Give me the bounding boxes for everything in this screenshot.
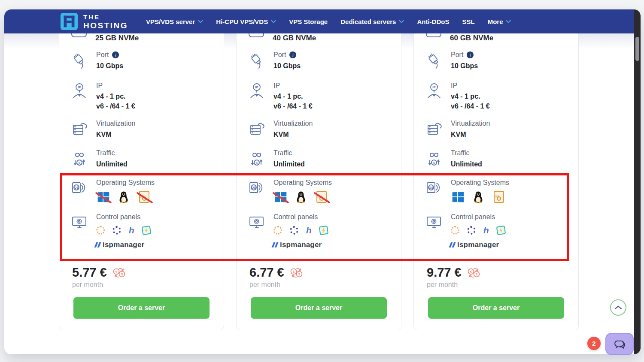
os-disc-icon: [70, 179, 88, 197]
monitor-gear-icon: [425, 213, 443, 231]
chevron-down-icon: [198, 20, 203, 23]
traffic-label: Traffic: [451, 149, 482, 157]
virtualization-label: Virtualization: [96, 120, 135, 127]
order-server-button[interactable]: Order a server: [428, 297, 564, 319]
per-month-label: per month: [72, 281, 103, 289]
ispmanager-logo: ispmanager: [450, 241, 499, 249]
info-icon[interactable]: i: [112, 51, 119, 58]
nav-item-more[interactable]: More: [488, 18, 511, 25]
plan-card: 40 GB NVMe Porti 10 Gbps IP v4 - 1 pc. v…: [236, 22, 401, 330]
nav-item-hicpu-vps-vds[interactable]: Hi-CPU VPS/VDS: [216, 18, 276, 25]
currency-exchange-icon[interactable]: [289, 267, 303, 278]
ip-pin-icon: [248, 82, 266, 100]
chat-bubbles-icon: [612, 338, 627, 350]
chevron-up-icon: [614, 305, 623, 311]
logo[interactable]: THE HOSTING: [60, 12, 128, 30]
fastpanel-icon: [496, 226, 506, 235]
order-server-button[interactable]: Order a server: [73, 297, 210, 319]
server-cloud-icon: [425, 120, 443, 138]
brand-line-1: THE: [83, 14, 128, 20]
ip-row: IP v4 - 1 pc. v6 - /64 - 1 €: [425, 82, 572, 111]
order-server-button[interactable]: Order a server: [251, 297, 387, 319]
os-label: Operating Systems: [273, 179, 332, 187]
ip-row: IP v4 - 1 pc. v6 - /64 - 1 €: [248, 82, 395, 111]
traffic-value: Unlimited: [273, 160, 305, 168]
monitor-gear-icon: [70, 213, 88, 231]
control-panels-row: Control panels h: [425, 213, 572, 235]
traffic-label: Traffic: [273, 149, 305, 157]
nav-item-dedicated-servers[interactable]: Dedicated servers: [340, 18, 404, 25]
ip-v6-value: v6 - /64 - 1 €: [96, 102, 135, 111]
virtualization-row: Virtualization KVM: [425, 120, 572, 139]
virtualization-label: Virtualization: [273, 120, 313, 127]
linux-tux-icon: [471, 191, 485, 203]
ispmanager-logo: ispmanager: [95, 241, 144, 249]
scrollbar-thumb[interactable]: [635, 37, 639, 61]
orange-ring-panel-icon: [273, 226, 282, 235]
os-disc-icon: [425, 179, 443, 197]
control-panels-row: Control panels h: [70, 213, 218, 235]
ip-label: IP: [96, 82, 135, 90]
plan-card: 60 GB NVMe Porti 10 Gbps IP v4 - 1 pc. v…: [413, 22, 579, 330]
ip-pin-icon: [425, 82, 443, 100]
orange-ring-panel-icon: [451, 226, 459, 235]
info-icon[interactable]: i: [467, 51, 474, 58]
page-content: 25 GB NVMe Porti 10 Gbps IP v4 - 1 pc. v…: [4, 9, 641, 354]
ip-v6-value: v6 - /64 - 1 €: [451, 102, 490, 111]
infinity-traffic-icon: [248, 149, 266, 167]
windows-icon: [273, 191, 287, 203]
ethernet-plug-icon: [70, 51, 88, 69]
os-disc-icon: [248, 179, 266, 197]
port-row: Porti 10 Gbps: [248, 51, 395, 70]
control-panels-label: Control panels: [273, 213, 328, 221]
chat-widget-button[interactable]: [605, 333, 634, 355]
iso-image-icon: ISO: [492, 191, 506, 203]
hestia-panel-icon: h: [306, 226, 312, 235]
currency-exchange-icon[interactable]: [467, 267, 480, 278]
virtualization-value: KVM: [451, 131, 490, 139]
hestia-panel-icon: h: [129, 226, 134, 235]
infinity-traffic-icon: [70, 149, 88, 167]
ip-row: IP v4 - 1 pc. v6 - /64 - 1 €: [70, 82, 218, 111]
chat-unread-badge: 2: [587, 337, 601, 350]
iso-image-icon: ISO: [137, 191, 151, 203]
brand-line-2: HOSTING: [83, 21, 128, 30]
virtualization-row: Virtualization KVM: [248, 120, 395, 139]
price: 5.77 €: [72, 265, 107, 280]
virtualization-row: Virtualization KVM: [70, 120, 218, 139]
chevron-down-icon: [271, 20, 276, 23]
indigo-ring-panel-icon: [290, 226, 298, 235]
nav-item-ssl[interactable]: SSL: [462, 18, 474, 25]
fastpanel-icon: [319, 226, 329, 235]
ip-v6-value: v6 - /64 - 1 €: [273, 102, 313, 111]
indigo-ring-panel-icon: [112, 226, 121, 235]
browser-window: 25 GB NVMe Porti 10 Gbps IP v4 - 1 pc. v…: [4, 9, 641, 354]
fastpanel-icon: [142, 226, 152, 235]
info-icon[interactable]: i: [289, 51, 296, 58]
traffic-row: Traffic Unlimited: [70, 149, 218, 168]
plan-card: 25 GB NVMe Porti 10 Gbps IP v4 - 1 pc. v…: [59, 22, 224, 330]
per-month-label: per month: [249, 281, 280, 289]
os-row: Operating Systems ISO: [70, 179, 218, 203]
nav-item-vps-storage[interactable]: VPS Storage: [289, 18, 328, 25]
traffic-row: Traffic Unlimited: [248, 149, 395, 168]
control-panels-label: Control panels: [96, 213, 151, 221]
orange-ring-panel-icon: [96, 226, 105, 235]
os-row: Operating Systems ISO: [248, 179, 395, 203]
virtualization-label: Virtualization: [451, 120, 490, 127]
hestia-panel-icon: h: [483, 226, 489, 235]
windows-icon: [451, 191, 465, 203]
traffic-value: Unlimited: [96, 160, 128, 168]
port-label: Port: [451, 51, 463, 59]
scroll-to-top-button[interactable]: [610, 299, 626, 316]
os-label: Operating Systems: [96, 179, 155, 187]
page: 25 GB NVMe Porti 10 Gbps IP v4 - 1 pc. v…: [0, 0, 644, 362]
nav-item-vps-vds-server[interactable]: VPS/VDS server: [146, 18, 203, 25]
nav-item-anti-ddos[interactable]: Anti-DDoS: [417, 18, 449, 25]
os-label: Operating Systems: [451, 179, 509, 187]
ethernet-plug-icon: [248, 51, 266, 69]
currency-exchange-icon[interactable]: [112, 267, 126, 278]
scrollbar[interactable]: [634, 9, 641, 354]
port-value: 10 Gbps: [273, 62, 301, 70]
port-label: Port: [273, 51, 286, 59]
